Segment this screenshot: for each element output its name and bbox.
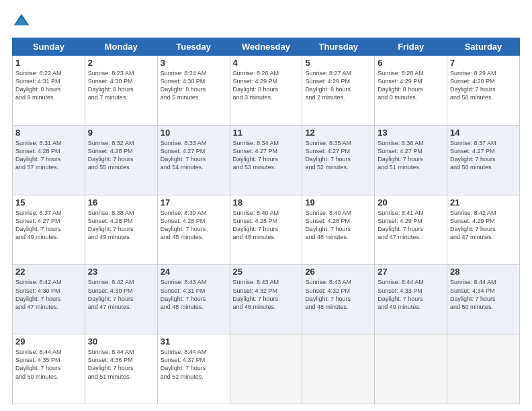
calendar-cell: 14Sunrise: 8:37 AM Sunset: 4:27 PM Dayli… [447,125,520,195]
day-number: 15 [15,197,82,208]
cell-info: Sunrise: 8:22 AM Sunset: 4:31 PM Dayligh… [15,69,82,102]
day-number: 30 [88,336,154,347]
page: SundayMondayTuesdayWednesdayThursdayFrid… [0,0,532,411]
cell-info: Sunrise: 8:44 AM Sunset: 4:37 PM Dayligh… [161,348,227,381]
calendar-cell: 1Sunrise: 8:22 AM Sunset: 4:31 PM Daylig… [13,56,85,126]
calendar-cell: 21Sunrise: 8:42 AM Sunset: 4:29 PM Dayli… [447,195,520,265]
calendar-cell [302,334,375,404]
calendar-table: SundayMondayTuesdayWednesdayThursdayFrid… [12,38,520,404]
cell-info: Sunrise: 8:44 AM Sunset: 4:35 PM Dayligh… [15,348,82,381]
calendar-cell: 19Sunrise: 8:40 AM Sunset: 4:28 PM Dayli… [302,195,375,265]
day-number: 2 [88,58,154,68]
cell-info: Sunrise: 8:40 AM Sunset: 4:28 PM Dayligh… [305,209,371,242]
calendar-cell: 28Sunrise: 8:44 AM Sunset: 4:34 PM Dayli… [447,265,520,334]
cell-info: Sunrise: 8:40 AM Sunset: 4:28 PM Dayligh… [233,209,300,242]
cell-info: Sunrise: 8:32 AM Sunset: 4:28 PM Dayligh… [88,139,154,172]
cell-info: Sunrise: 8:23 AM Sunset: 4:30 PM Dayligh… [88,69,154,102]
calendar-cell: 5Sunrise: 8:27 AM Sunset: 4:29 PM Daylig… [302,56,375,126]
day-number: 23 [88,267,154,277]
cell-info: Sunrise: 8:33 AM Sunset: 4:27 PM Dayligh… [161,139,227,172]
header [12,12,520,31]
day-number: 26 [305,267,371,277]
day-number: 6 [378,58,444,68]
day-number: 10 [161,128,227,138]
day-number: 11 [233,128,300,138]
cell-info: Sunrise: 8:44 AM Sunset: 4:34 PM Dayligh… [450,278,517,311]
calendar-cell: 29Sunrise: 8:44 AM Sunset: 4:35 PM Dayli… [13,334,85,404]
cell-info: Sunrise: 8:44 AM Sunset: 4:33 PM Dayligh… [378,278,444,311]
day-number: 1 [15,58,82,68]
cell-info: Sunrise: 8:44 AM Sunset: 4:36 PM Dayligh… [88,348,154,381]
calendar-cell [230,334,302,404]
day-number: 18 [233,197,300,208]
day-number: 29 [15,336,82,347]
cell-info: Sunrise: 8:35 AM Sunset: 4:27 PM Dayligh… [305,139,371,172]
calendar-week-2: 8Sunrise: 8:31 AM Sunset: 4:28 PM Daylig… [13,125,520,195]
day-header-tuesday: Tuesday [157,38,230,56]
day-number: 27 [378,267,444,277]
cell-info: Sunrise: 8:41 AM Sunset: 4:29 PM Dayligh… [378,209,444,242]
calendar-cell: 18Sunrise: 8:40 AM Sunset: 4:28 PM Dayli… [230,195,302,265]
calendar-cell: 15Sunrise: 8:37 AM Sunset: 4:27 PM Dayli… [13,195,85,265]
day-header-monday: Monday [85,38,157,56]
day-number: 24 [161,267,227,277]
day-number: 16 [88,197,154,208]
calendar-cell: 31Sunrise: 8:44 AM Sunset: 4:37 PM Dayli… [157,334,230,404]
calendar-cell: 6Sunrise: 8:28 AM Sunset: 4:29 PM Daylig… [375,56,447,126]
day-number: 12 [305,128,371,138]
day-number: 20 [378,197,444,208]
calendar-cell: 11Sunrise: 8:34 AM Sunset: 4:27 PM Dayli… [230,125,302,195]
cell-info: Sunrise: 8:43 AM Sunset: 4:32 PM Dayligh… [305,278,371,311]
logo [12,12,34,31]
cell-info: Sunrise: 8:38 AM Sunset: 4:28 PM Dayligh… [88,209,154,242]
cell-info: Sunrise: 8:28 AM Sunset: 4:29 PM Dayligh… [378,69,444,102]
calendar-cell: 13Sunrise: 8:36 AM Sunset: 4:27 PM Dayli… [375,125,447,195]
day-header-wednesday: Wednesday [230,38,302,56]
cell-info: Sunrise: 8:39 AM Sunset: 4:28 PM Dayligh… [161,209,227,242]
cell-info: Sunrise: 8:26 AM Sunset: 4:29 PM Dayligh… [233,69,300,102]
day-number: 17 [161,197,227,208]
day-header-friday: Friday [375,38,447,56]
calendar-cell: 4Sunrise: 8:26 AM Sunset: 4:29 PM Daylig… [230,56,302,126]
cell-info: Sunrise: 8:29 AM Sunset: 4:28 PM Dayligh… [450,69,517,102]
day-number: 21 [450,197,517,208]
cell-info: Sunrise: 8:42 AM Sunset: 4:30 PM Dayligh… [88,278,154,311]
calendar-cell: 22Sunrise: 8:42 AM Sunset: 4:30 PM Dayli… [13,265,85,334]
cell-info: Sunrise: 8:43 AM Sunset: 4:32 PM Dayligh… [233,278,300,311]
day-header-sunday: Sunday [13,38,85,56]
calendar-cell: 26Sunrise: 8:43 AM Sunset: 4:32 PM Dayli… [302,265,375,334]
day-number: 13 [378,128,444,138]
calendar-cell: 2Sunrise: 8:23 AM Sunset: 4:30 PM Daylig… [85,56,157,126]
day-number: 19 [305,197,371,208]
calendar-week-3: 15Sunrise: 8:37 AM Sunset: 4:27 PM Dayli… [13,195,520,265]
calendar-header-row: SundayMondayTuesdayWednesdayThursdayFrid… [13,38,520,56]
calendar-cell: 12Sunrise: 8:35 AM Sunset: 4:27 PM Dayli… [302,125,375,195]
day-header-thursday: Thursday [302,38,375,56]
cell-info: Sunrise: 8:27 AM Sunset: 4:29 PM Dayligh… [305,69,371,102]
calendar-cell: 9Sunrise: 8:32 AM Sunset: 4:28 PM Daylig… [85,125,157,195]
day-number: 28 [450,267,517,277]
calendar-cell: 7Sunrise: 8:29 AM Sunset: 4:28 PM Daylig… [447,56,520,126]
cell-info: Sunrise: 8:37 AM Sunset: 4:27 PM Dayligh… [15,209,82,242]
calendar-cell: 25Sunrise: 8:43 AM Sunset: 4:32 PM Dayli… [230,265,302,334]
calendar-cell: 24Sunrise: 8:43 AM Sunset: 4:31 PM Dayli… [157,265,230,334]
cell-info: Sunrise: 8:43 AM Sunset: 4:31 PM Dayligh… [161,278,227,311]
calendar-cell: 16Sunrise: 8:38 AM Sunset: 4:28 PM Dayli… [85,195,157,265]
calendar-cell: 3Sunrise: 8:24 AM Sunset: 4:30 PM Daylig… [157,56,230,126]
calendar-cell: 23Sunrise: 8:42 AM Sunset: 4:30 PM Dayli… [85,265,157,334]
day-header-saturday: Saturday [447,38,520,56]
calendar-week-1: 1Sunrise: 8:22 AM Sunset: 4:31 PM Daylig… [13,56,520,126]
calendar-cell: 30Sunrise: 8:44 AM Sunset: 4:36 PM Dayli… [85,334,157,404]
cell-info: Sunrise: 8:24 AM Sunset: 4:30 PM Dayligh… [161,69,227,102]
calendar-cell: 17Sunrise: 8:39 AM Sunset: 4:28 PM Dayli… [157,195,230,265]
calendar-cell: 10Sunrise: 8:33 AM Sunset: 4:27 PM Dayli… [157,125,230,195]
day-number: 4 [233,58,300,68]
calendar-cell: 8Sunrise: 8:31 AM Sunset: 4:28 PM Daylig… [13,125,85,195]
cell-info: Sunrise: 8:37 AM Sunset: 4:27 PM Dayligh… [450,139,517,172]
logo-icon [12,12,31,31]
cell-info: Sunrise: 8:31 AM Sunset: 4:28 PM Dayligh… [15,139,82,172]
cell-info: Sunrise: 8:36 AM Sunset: 4:27 PM Dayligh… [378,139,444,172]
day-number: 8 [15,128,82,138]
day-number: 9 [88,128,154,138]
calendar-week-4: 22Sunrise: 8:42 AM Sunset: 4:30 PM Dayli… [13,265,520,334]
